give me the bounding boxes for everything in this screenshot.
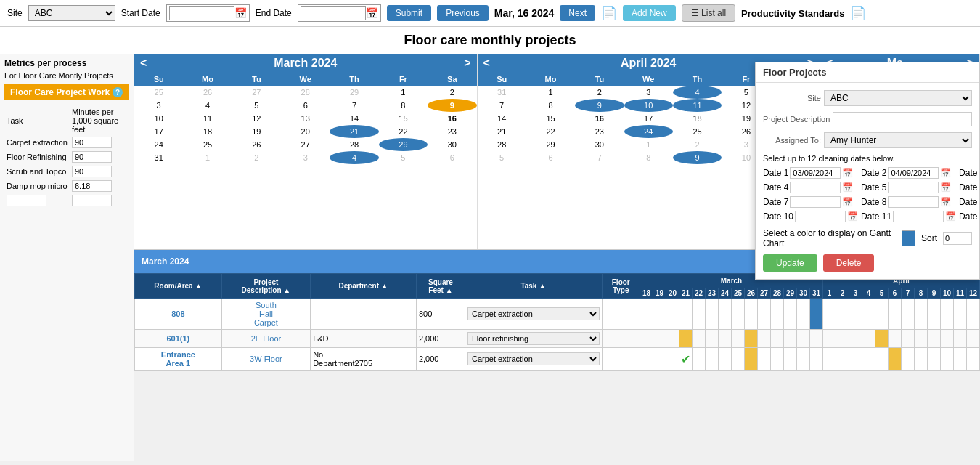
task-value-extra[interactable] xyxy=(72,195,112,206)
cal-day[interactable]: 26 xyxy=(232,138,281,151)
task-value-1[interactable] xyxy=(72,137,112,148)
cal-day[interactable]: 4 xyxy=(330,151,378,164)
cal-day[interactable]: 5 xyxy=(379,151,428,164)
end-date-input[interactable]: 05/15/2024 xyxy=(301,6,366,20)
date-4-input[interactable] xyxy=(790,182,841,193)
project-desc-input[interactable]: South Hall Carpet xyxy=(833,112,972,126)
date-2-cal-icon[interactable]: 📅 xyxy=(940,168,951,178)
task-value-3[interactable] xyxy=(72,166,112,177)
cal-day[interactable]: 31 xyxy=(134,151,183,164)
march-next-arrow[interactable]: > xyxy=(464,57,470,70)
cal-day[interactable]: 25 xyxy=(134,86,183,99)
cal-day[interactable]: 29 xyxy=(526,138,575,151)
date-1-input[interactable] xyxy=(790,167,841,179)
pdf-icon-1[interactable]: 📄 xyxy=(601,5,617,21)
cal-day[interactable]: 21 xyxy=(478,125,526,138)
cal-day[interactable]: 18 xyxy=(673,112,722,125)
cal-day[interactable]: 7 xyxy=(330,99,378,112)
cal-day[interactable]: 14 xyxy=(330,112,378,125)
cal-day[interactable]: 21 xyxy=(330,125,378,138)
assigned-to-select[interactable]: Amy Hunter xyxy=(824,132,972,148)
add-new-button[interactable]: Add New xyxy=(623,5,676,21)
date-4-cal-icon[interactable]: 📅 xyxy=(842,182,853,193)
cal-day[interactable]: 22 xyxy=(379,125,428,138)
cal-day[interactable]: 22 xyxy=(526,125,575,138)
cal-day[interactable]: 24 xyxy=(624,125,673,138)
cal-day[interactable]: 17 xyxy=(134,125,183,138)
cal-day[interactable]: 2 xyxy=(575,86,624,99)
update-button[interactable]: Update xyxy=(763,254,817,272)
date-7-cal-icon[interactable]: 📅 xyxy=(842,197,853,207)
cal-day[interactable]: 24 xyxy=(134,138,183,151)
site-select[interactable]: ABC xyxy=(28,5,115,21)
cal-day[interactable]: 31 xyxy=(478,86,526,99)
cal-day[interactable]: 13 xyxy=(281,112,330,125)
cal-day[interactable]: 11 xyxy=(183,112,232,125)
cal-day[interactable]: 9 xyxy=(428,99,476,112)
task-name-extra[interactable] xyxy=(7,195,46,206)
task-select-808[interactable]: Carpet extraction xyxy=(467,307,600,320)
cal-day[interactable]: 12 xyxy=(232,112,281,125)
cal-day[interactable]: 16 xyxy=(575,112,624,125)
cal-day[interactable]: 10 xyxy=(134,112,183,125)
cal-day[interactable]: 14 xyxy=(478,112,526,125)
date-5-input[interactable] xyxy=(888,182,939,193)
cal-day[interactable]: 29 xyxy=(379,138,428,151)
list-all-button[interactable]: ☰ List all xyxy=(682,4,735,22)
cal-day[interactable]: 10 xyxy=(624,99,673,112)
cal-day[interactable]: 7 xyxy=(575,151,624,164)
cal-day[interactable]: 1 xyxy=(379,86,428,99)
date-5-cal-icon[interactable]: 📅 xyxy=(940,182,951,193)
date-2-input[interactable] xyxy=(888,167,939,179)
cal-day[interactable]: 8 xyxy=(526,99,575,112)
date-11-input[interactable] xyxy=(893,211,944,222)
cal-day[interactable]: 15 xyxy=(526,112,575,125)
cal-day[interactable]: 28 xyxy=(330,138,378,151)
cal-day[interactable]: 4 xyxy=(673,86,722,99)
cal-day[interactable]: 5 xyxy=(232,99,281,112)
date-7-input[interactable] xyxy=(790,196,841,208)
march-prev-arrow[interactable]: < xyxy=(140,57,147,70)
cal-day[interactable]: 6 xyxy=(526,151,575,164)
task-select-entrance[interactable]: Carpet extraction xyxy=(467,352,600,365)
task-601[interactable]: Floor refinishing xyxy=(465,330,602,348)
pdf-icon-2[interactable]: 📄 xyxy=(850,5,866,21)
delete-button[interactable]: Delete xyxy=(823,254,875,272)
cal-day[interactable]: 8 xyxy=(379,99,428,112)
cal-day[interactable]: 20 xyxy=(281,125,330,138)
cal-day[interactable]: 9 xyxy=(575,99,624,112)
date-8-cal-icon[interactable]: 📅 xyxy=(940,197,951,207)
cal-day[interactable]: 17 xyxy=(624,112,673,125)
cal-day[interactable]: 1 xyxy=(526,86,575,99)
cal-day[interactable]: 18 xyxy=(183,125,232,138)
cal-day[interactable]: 15 xyxy=(379,112,428,125)
start-date-input[interactable]: 03/16/2024 xyxy=(169,6,234,20)
start-date-calendar-icon[interactable]: 📅 xyxy=(234,7,247,19)
cal-day[interactable]: 25 xyxy=(183,138,232,151)
cal-day[interactable]: 4 xyxy=(183,99,232,112)
cal-day[interactable]: 7 xyxy=(478,99,526,112)
cal-day[interactable]: 11 xyxy=(673,99,722,112)
floor-care-button[interactable]: Floor Care Project Work ? xyxy=(4,84,129,100)
cal-day[interactable]: 1 xyxy=(624,138,673,151)
date-1-cal-icon[interactable]: 📅 xyxy=(842,168,853,178)
date-10-cal-icon[interactable]: 📅 xyxy=(847,211,858,222)
submit-button[interactable]: Submit xyxy=(387,5,431,21)
cal-day[interactable]: 23 xyxy=(428,125,476,138)
cal-day[interactable]: 6 xyxy=(428,151,476,164)
site-rp-select[interactable]: ABC xyxy=(824,90,972,106)
task-808[interactable]: Carpet extraction xyxy=(465,299,602,330)
cal-day[interactable]: 3 xyxy=(281,151,330,164)
cal-day[interactable]: 23 xyxy=(575,125,624,138)
cal-day[interactable]: 1 xyxy=(183,151,232,164)
cal-day[interactable]: 3 xyxy=(134,99,183,112)
gantt-area[interactable]: Room/Area ▲ ProjectDescription ▲ Departm… xyxy=(134,273,980,461)
cal-day[interactable]: 9 xyxy=(673,151,722,164)
next-button[interactable]: Next xyxy=(560,5,595,21)
task-entrance[interactable]: Carpet extraction xyxy=(465,348,602,371)
cal-day[interactable]: 2 xyxy=(428,86,476,99)
cal-day[interactable]: 16 xyxy=(428,112,476,125)
task-value-2[interactable] xyxy=(72,151,112,163)
cal-day[interactable]: 8 xyxy=(624,151,673,164)
cal-day[interactable]: 27 xyxy=(281,138,330,151)
